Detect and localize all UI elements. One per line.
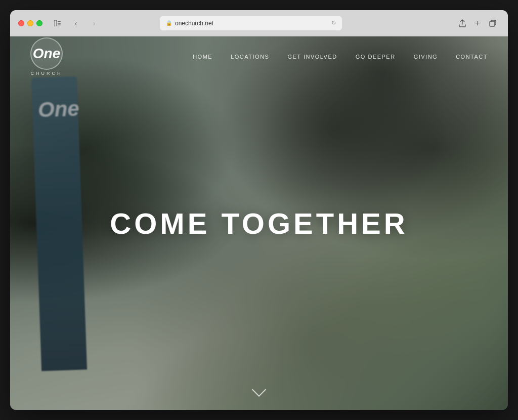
browser-chrome: ‹ › 🔒 onechurch.net ↻ + [10,10,508,36]
nav-get-involved[interactable]: GET INVOLVED [287,54,337,60]
nav-links: HOME LOCATIONS GET INVOLVED GO DEEPER GI… [193,54,488,60]
logo-main-text: One [33,47,60,61]
hero-content: COME TOGETHER [10,36,508,410]
svg-rect-3 [58,24,61,25]
svg-rect-1 [58,21,61,22]
webpage: One One CHURCH HOME LOCATIONS GET INVOLV… [10,36,508,410]
logo-circle: One [30,37,63,70]
svg-rect-2 [58,23,61,24]
maximize-button[interactable] [36,20,42,26]
nav-locations[interactable]: LOCATIONS [231,54,269,60]
nav-contact[interactable]: CONTACT [456,54,488,60]
scroll-indicator[interactable] [254,389,264,395]
nav-giving[interactable]: GIVING [414,54,438,60]
main-navigation: One CHURCH HOME LOCATIONS GET INVOLVED G… [10,36,508,77]
share-button[interactable] [455,16,469,30]
svg-rect-4 [490,21,495,26]
reload-icon[interactable]: ↻ [331,20,336,26]
sidebar-toggle-button[interactable] [51,16,65,30]
traffic-lights [18,20,42,26]
nav-home[interactable]: HOME [193,54,212,60]
svg-rect-0 [54,20,57,26]
logo-sub-text: CHURCH [31,71,63,76]
address-bar[interactable]: 🔒 onechurch.net ↻ [160,16,342,30]
browser-actions: + [455,16,500,30]
new-tab-button[interactable]: + [470,16,485,30]
forward-button[interactable]: › [87,16,101,30]
minimize-button[interactable] [27,20,33,26]
lock-icon: 🔒 [166,20,172,26]
back-button[interactable]: ‹ [69,16,83,30]
close-button[interactable] [18,20,24,26]
nav-go-deeper[interactable]: GO DEEPER [356,54,396,60]
site-logo[interactable]: One CHURCH [30,37,63,76]
hero-title: COME TOGETHER [110,206,408,240]
url-text: onechurch.net [175,20,213,27]
browser-window: ‹ › 🔒 onechurch.net ↻ + [10,10,508,410]
tabs-button[interactable] [486,16,500,30]
